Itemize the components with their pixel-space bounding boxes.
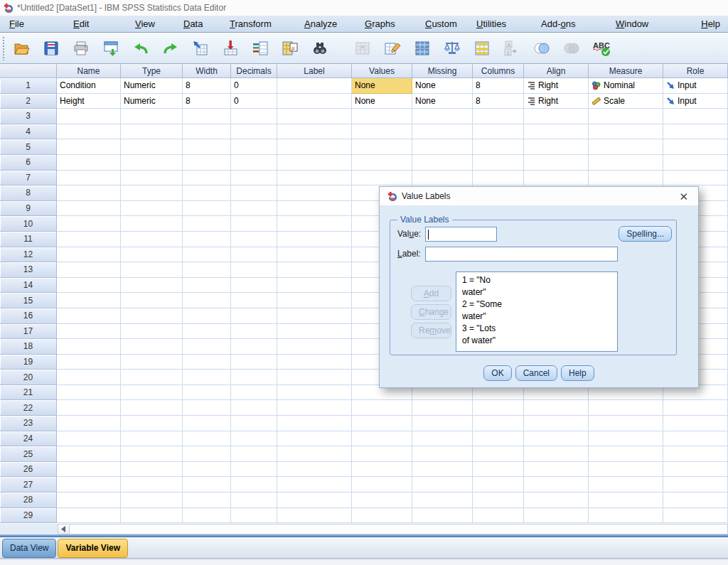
- grid-cell[interactable]: [121, 446, 183, 462]
- cell-missing[interactable]: None: [412, 78, 473, 94]
- grid-cell[interactable]: [121, 201, 183, 217]
- grid-cell[interactable]: [231, 431, 277, 447]
- grid-cell[interactable]: [57, 293, 121, 308]
- grid-cell[interactable]: [663, 124, 728, 140]
- grid-cell[interactable]: [121, 293, 183, 308]
- scrollbar-track[interactable]: [58, 524, 728, 534]
- grid-cell[interactable]: [183, 493, 231, 508]
- grid-cell[interactable]: [231, 508, 277, 524]
- grid-cell[interactable]: [121, 109, 183, 124]
- grid-cell[interactable]: [183, 109, 231, 124]
- value-label-list-item[interactable]: 3 = "Lots of water": [456, 323, 505, 347]
- grid-cell[interactable]: [277, 462, 352, 478]
- grid-cell[interactable]: [121, 216, 183, 232]
- toolbar-goto-variable[interactable]: [218, 36, 242, 61]
- menu-item[interactable]: Graphs: [357, 16, 417, 32]
- grid-cell[interactable]: [231, 109, 277, 124]
- row-header[interactable]: 4: [0, 124, 57, 140]
- grid-cell[interactable]: [589, 109, 663, 124]
- grid-cell[interactable]: [57, 308, 121, 324]
- grid-cell[interactable]: [524, 508, 589, 524]
- grid-cell[interactable]: [183, 293, 231, 308]
- grid-cell[interactable]: [231, 201, 277, 217]
- cell-align[interactable]: Right: [524, 78, 589, 94]
- grid-cell[interactable]: [183, 124, 231, 140]
- toolbar-value-labels[interactable]: A1: [500, 36, 524, 61]
- grid-cell[interactable]: [589, 508, 663, 524]
- grid-cell[interactable]: [412, 171, 473, 186]
- cell-role[interactable]: Input: [663, 94, 728, 109]
- cell-decimals[interactable]: 0: [231, 78, 277, 94]
- toolbar-undo[interactable]: [129, 36, 153, 61]
- toolbar-split-file[interactable]: [410, 36, 434, 61]
- toolbar-show-all-variables[interactable]: [560, 36, 584, 61]
- grid-cell[interactable]: [663, 508, 728, 524]
- grid-cell[interactable]: [231, 446, 277, 462]
- grid-cell[interactable]: [412, 508, 473, 524]
- cell-columns[interactable]: 8: [473, 78, 524, 94]
- grid-cell[interactable]: [183, 477, 231, 493]
- grid-cell[interactable]: [277, 171, 352, 186]
- grid-cell[interactable]: [352, 416, 412, 431]
- grid-cell[interactable]: [121, 400, 183, 416]
- tab-data-view[interactable]: Data View: [2, 539, 56, 558]
- cell-values[interactable]: None: [352, 94, 412, 109]
- scroll-left-button[interactable]: [58, 524, 70, 534]
- grid-cell[interactable]: [663, 109, 728, 124]
- grid-cell[interactable]: [183, 416, 231, 431]
- row-header[interactable]: 21: [0, 385, 57, 401]
- grid-cell[interactable]: [183, 308, 231, 324]
- row-header[interactable]: 8: [0, 185, 57, 201]
- grid-cell[interactable]: [231, 124, 277, 140]
- grid-cell[interactable]: [524, 124, 589, 140]
- grid-cell[interactable]: [277, 339, 352, 355]
- toolbar-select-cases[interactable]: [470, 36, 494, 61]
- grid-cell[interactable]: [412, 109, 473, 124]
- grid-cell[interactable]: [183, 446, 231, 462]
- dialog-close-icon[interactable]: ✕: [676, 190, 691, 203]
- grid-cell[interactable]: [589, 462, 663, 478]
- grid-cell[interactable]: [412, 431, 473, 447]
- help-button[interactable]: Help: [561, 365, 594, 381]
- grid-cell[interactable]: [524, 446, 589, 462]
- grid-cell[interactable]: [473, 109, 524, 124]
- grid-cell[interactable]: [231, 355, 277, 370]
- cancel-button[interactable]: Cancel: [515, 365, 557, 381]
- cell-width[interactable]: 8: [183, 78, 231, 94]
- toolbar-spell-check[interactable]: ABC: [589, 36, 614, 61]
- menu-item[interactable]: Analyze: [296, 16, 357, 32]
- grid-cell[interactable]: [277, 262, 352, 278]
- grid-cell[interactable]: [57, 201, 121, 217]
- grid-cell[interactable]: [183, 201, 231, 217]
- grid-cell[interactable]: [231, 400, 277, 416]
- grid-cell[interactable]: [231, 139, 277, 155]
- grid-cell[interactable]: [663, 431, 728, 447]
- grid-cell[interactable]: [231, 462, 277, 478]
- grid-cell[interactable]: [231, 155, 277, 171]
- grid-cell[interactable]: [57, 216, 121, 232]
- grid-cell[interactable]: [524, 155, 589, 171]
- grid-cell[interactable]: [231, 185, 277, 201]
- grid-cell[interactable]: [183, 247, 231, 263]
- grid-cell[interactable]: [57, 171, 121, 186]
- grid-cell[interactable]: [57, 493, 121, 508]
- grid-cell[interactable]: [524, 477, 589, 493]
- menu-item[interactable]: Transform: [222, 16, 296, 32]
- grid-cell[interactable]: [231, 216, 277, 232]
- grid-cell[interactable]: [57, 400, 121, 416]
- row-header[interactable]: 22: [0, 400, 57, 416]
- grid-cell[interactable]: [121, 278, 183, 294]
- row-header[interactable]: 3: [0, 109, 57, 124]
- grid-cell[interactable]: [121, 508, 183, 524]
- grid-cell[interactable]: [352, 493, 412, 508]
- row-header[interactable]: 12: [0, 247, 57, 263]
- grid-cell[interactable]: [589, 155, 663, 171]
- grid-cell[interactable]: [277, 139, 352, 155]
- grid-cell[interactable]: [183, 278, 231, 294]
- row-header[interactable]: 24: [0, 431, 57, 447]
- toolbar-variable-info[interactable]: μ: [278, 36, 302, 61]
- column-header[interactable]: Type: [121, 64, 183, 78]
- grid-cell[interactable]: [121, 324, 183, 340]
- grid-cell[interactable]: [57, 185, 121, 201]
- grid-cell[interactable]: [412, 416, 473, 431]
